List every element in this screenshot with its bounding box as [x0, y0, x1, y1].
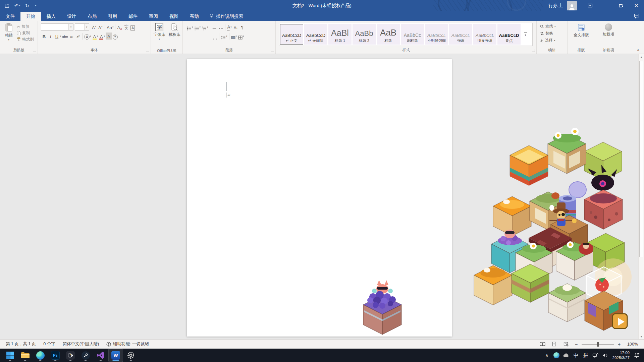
ribbon-display-options-button[interactable]	[582, 0, 598, 11]
highlight-color-button[interactable]: A▾	[92, 33, 99, 40]
zoom-slider-thumb[interactable]	[597, 342, 599, 347]
style-normal[interactable]: AaBbCcD↵ 正文	[280, 24, 303, 45]
scrollbar-thumb[interactable]	[639, 61, 643, 257]
enclose-characters-button[interactable]: 字	[112, 33, 118, 40]
character-border-button[interactable]: A	[129, 23, 136, 31]
tell-me-search[interactable]: 操作说明搜索	[209, 12, 243, 21]
increase-indent-button[interactable]	[218, 23, 224, 31]
multilevel-list-button[interactable]: ▾	[201, 23, 209, 31]
ime-language-indicator[interactable]: 中	[572, 349, 581, 362]
page-indicator[interactable]: 第 1 页，共 1 页	[2, 341, 40, 347]
paste-button[interactable]: 粘贴▾	[2, 23, 15, 41]
avatar[interactable]	[567, 1, 577, 10]
strikethrough-button[interactable]: abc	[61, 33, 69, 40]
close-button[interactable]: ✕	[629, 0, 644, 11]
taskbar-visual-studio-icon[interactable]	[93, 349, 108, 362]
tab-mailings[interactable]: 邮件	[123, 12, 143, 21]
addins-button[interactable]: 加载项	[602, 23, 614, 37]
taskbar-camera-icon[interactable]	[63, 349, 78, 362]
style-emphasis[interactable]: AaBbCcL强调	[449, 24, 472, 45]
volume-icon[interactable]	[601, 349, 610, 362]
style-no-spacing[interactable]: AaBbCcD↵ 无间隔	[304, 24, 327, 45]
tab-view[interactable]: 视图	[164, 12, 184, 21]
tab-home[interactable]: 开始	[20, 12, 41, 21]
taskbar-start-icon[interactable]	[3, 349, 17, 362]
save-icon[interactable]	[5, 3, 9, 8]
web-layout-button[interactable]	[562, 341, 570, 348]
tray-expand-icon[interactable]: ∧	[542, 349, 551, 362]
onedrive-icon[interactable]	[562, 349, 571, 362]
taskbar-explorer-icon[interactable]	[18, 349, 33, 362]
clear-formatting-button[interactable]: A	[116, 23, 123, 31]
clock[interactable]: 17:00 2025/3/27	[612, 350, 630, 360]
word-count[interactable]: 0 个字	[40, 341, 59, 347]
style-strong[interactable]: AaBbCcD要点	[497, 24, 521, 45]
vertical-scrollbar[interactable]: ▲ ▼	[638, 54, 644, 339]
font-name-combo[interactable]: ▾	[41, 23, 73, 31]
style-heading-2[interactable]: AaBb标题 2	[353, 24, 376, 45]
network-icon[interactable]	[591, 349, 600, 362]
taskbar-word-icon[interactable]: W	[108, 349, 123, 362]
bullets-button[interactable]: ▾	[186, 23, 194, 31]
phonetic-guide-button[interactable]: wén 文	[123, 23, 129, 31]
read-mode-button[interactable]	[539, 341, 546, 348]
collapse-ribbon-button[interactable]: ∧	[637, 48, 639, 52]
line-spacing-button[interactable]: ▾	[220, 33, 228, 40]
align-center-button[interactable]	[193, 33, 199, 40]
subscript-button[interactable]: x₂	[68, 33, 75, 40]
customize-quick-access-icon[interactable]: ▾	[34, 5, 37, 6]
borders-button[interactable]: ▾	[237, 33, 245, 40]
restore-button[interactable]	[613, 0, 629, 11]
zoom-slider[interactable]	[582, 344, 614, 345]
shrink-font-button[interactable]: A▾	[97, 23, 104, 31]
style-title[interactable]: AaB标题	[377, 24, 400, 45]
ime-pinyin-indicator[interactable]: 拼	[581, 349, 590, 362]
accessibility-status[interactable]: 辅助功能: 一切就绪	[103, 341, 153, 347]
scroll-down-arrow[interactable]: ▼	[639, 334, 644, 339]
justify-button[interactable]	[205, 33, 212, 40]
redo-icon[interactable]: ↻	[25, 3, 29, 8]
scroll-up-arrow[interactable]: ▲	[639, 54, 644, 60]
zoom-out-button[interactable]: −	[574, 342, 579, 347]
asian-layout-button[interactable]: A▾	[226, 23, 233, 31]
undo-icon[interactable]: ↶▾	[14, 3, 20, 8]
superscript-button[interactable]: x²	[75, 33, 81, 40]
taskbar-edge-icon[interactable]	[33, 349, 48, 362]
tab-insert[interactable]: 插入	[41, 12, 61, 21]
zoom-level[interactable]: 100%	[625, 342, 638, 347]
taskbar-settings-icon[interactable]	[123, 349, 138, 362]
align-right-button[interactable]	[199, 33, 205, 40]
style-intense-emphasis[interactable]: AaBbCcL明显强调	[473, 24, 496, 45]
numbering-button[interactable]: ▾	[194, 23, 202, 31]
zoom-in-button[interactable]: +	[617, 342, 622, 347]
style-subtle-emphasis[interactable]: AaBbCcL不明显强调	[425, 24, 448, 45]
shading-button[interactable]: ▾	[230, 33, 238, 40]
style-heading-1[interactable]: AaBl标题 1	[328, 24, 352, 45]
align-left-button[interactable]	[186, 33, 193, 40]
language-indicator[interactable]: 简体中文(中国大陆)	[59, 341, 103, 347]
decrease-indent-button[interactable]	[211, 23, 218, 31]
font-size-combo[interactable]: ▾	[75, 23, 89, 31]
paragraph-dialog-launcher[interactable]	[271, 49, 274, 52]
format-painter-button[interactable]: 格式刷	[17, 36, 34, 43]
style-subtitle[interactable]: AaBbCc副标题	[401, 24, 424, 45]
tab-references[interactable]: 引用	[102, 12, 123, 21]
print-layout-button[interactable]	[550, 341, 558, 348]
change-case-button[interactable]: Aa▾	[106, 23, 114, 31]
show-marks-button[interactable]: ¶	[239, 23, 246, 31]
text-effects-button[interactable]: A▾	[84, 33, 92, 40]
tab-layout[interactable]: 布局	[82, 12, 102, 21]
tab-design[interactable]: 设计	[61, 12, 82, 21]
tab-file[interactable]: 文件	[0, 12, 20, 21]
tray-app-icon[interactable]	[552, 349, 561, 362]
copy-button[interactable]: 复制	[17, 30, 34, 36]
sort-button[interactable]: A↓	[233, 23, 239, 31]
font-color-button[interactable]: A▾	[99, 33, 106, 40]
italic-button[interactable]: I	[47, 33, 54, 40]
comments-icon[interactable]	[634, 13, 639, 20]
styles-gallery-more-button[interactable]: ▾	[522, 24, 529, 45]
font-library-button[interactable]: 字 字体库▾	[152, 23, 166, 40]
clipboard-dialog-launcher[interactable]	[33, 49, 36, 52]
font-dialog-launcher[interactable]	[146, 49, 149, 52]
document-page[interactable]: ↵	[187, 59, 452, 337]
